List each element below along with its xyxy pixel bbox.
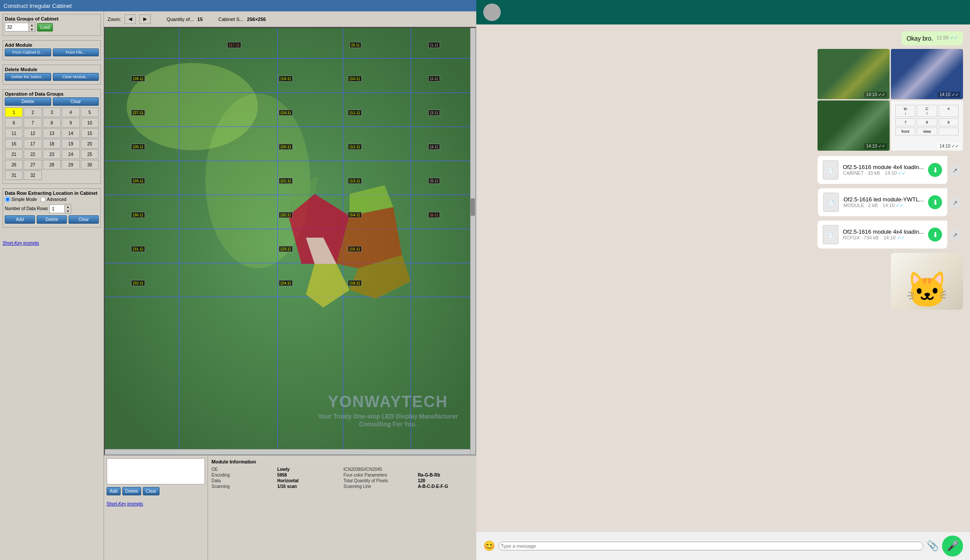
spinbox-down[interactable]: ▼: [29, 27, 35, 31]
num-btn-10[interactable]: 10: [81, 118, 99, 128]
data-groups-spinbox[interactable]: 32 ▲ ▼: [5, 22, 35, 32]
cell-label-12-1: (12.1): [348, 142, 362, 150]
cell-label-6-1: (6.1): [428, 210, 440, 218]
chat-messages[interactable]: Okay bro. 11:59 ✓✓ 14:10 ✓✓ 14:10 ✓✓ 14:…: [476, 24, 970, 532]
media-thumb-3[interactable]: 14:10 ✓✓: [818, 100, 890, 151]
num-btn-17[interactable]: 17: [24, 139, 42, 149]
clear-operation-button[interactable]: Clear: [53, 97, 99, 106]
cabinet-size-label: Cabinet S...: [218, 17, 243, 22]
chat-input[interactable]: [499, 542, 923, 550]
num-btn-32[interactable]: 32: [24, 170, 42, 180]
add-bottom-button[interactable]: Add: [107, 487, 121, 495]
num-btn-29[interactable]: 29: [62, 160, 80, 169]
num-btn-7[interactable]: 7: [24, 118, 42, 128]
delete-module-section: Delete Module Delete the Select... Clear…: [3, 65, 101, 85]
download-btn-1[interactable]: ⬇: [928, 163, 942, 177]
num-btn-26[interactable]: 26: [5, 160, 23, 169]
from-file-button[interactable]: From File...: [53, 48, 99, 56]
num-btn-4[interactable]: 4: [62, 107, 80, 117]
canvas-scrollbar[interactable]: [470, 28, 475, 454]
num-btn-22[interactable]: 22: [24, 149, 42, 159]
forward-btn-1[interactable]: ↗: [949, 164, 961, 176]
num-btn-11[interactable]: 11: [5, 128, 23, 138]
file-bubble-1: 📄 Of2.5-1616 module 4x4 loadin... CABINE…: [818, 156, 947, 184]
app-title: Construct Irregular Cabinet: [3, 3, 72, 9]
advanced-radio[interactable]: Advanced: [40, 197, 66, 202]
simple-mode-radio[interactable]: Simple Mode: [5, 197, 37, 202]
num-btn-23[interactable]: 23: [43, 149, 61, 159]
cell-label-31-1: (31.1): [131, 244, 145, 252]
clear-row-button[interactable]: Clear: [69, 215, 99, 224]
attach-button[interactable]: 📎: [927, 540, 939, 552]
delete-bottom-button[interactable]: Delete: [122, 487, 141, 495]
num-btn-1[interactable]: 1: [5, 107, 23, 117]
chat-avatar: [483, 3, 501, 21]
bubble-okay-bro: Okay bro. 11:59 ✓✓: [901, 31, 963, 45]
num-btn-12[interactable]: 12: [24, 128, 42, 138]
num-btn-16[interactable]: 16: [5, 139, 23, 149]
bubble-time: 11:59 ✓✓: [936, 35, 958, 41]
shortcut-link-bottom[interactable]: Short-Key prompts: [107, 501, 205, 506]
file-name-1: Of2.5-1616 module 4x4 loadin...: [843, 164, 924, 170]
spinbox-up[interactable]: ▲: [29, 23, 35, 27]
num-btn-18[interactable]: 18: [43, 139, 61, 149]
num-btn-30[interactable]: 30: [81, 160, 99, 169]
quantity-label: Quantity of...: [166, 17, 194, 22]
num-btn-19[interactable]: 19: [62, 139, 80, 149]
delete-operation-button[interactable]: Delete: [5, 97, 51, 106]
num-btn-6[interactable]: 6: [5, 118, 23, 128]
emoji-button[interactable]: 😊: [483, 540, 495, 552]
data-groups-input[interactable]: 32: [5, 23, 29, 31]
chat-header: [476, 0, 970, 24]
add-row-button[interactable]: Add: [5, 215, 35, 224]
notes-textarea[interactable]: [107, 458, 205, 484]
encoding-label: Encoding: [211, 473, 272, 477]
forward-btn-2[interactable]: ↗: [949, 197, 961, 209]
num-btn-8[interactable]: 8: [43, 118, 61, 128]
media-thumb-2[interactable]: 14:10 ✓✓: [891, 49, 963, 99]
media-thumb-4[interactable]: to↓C↕≡ 789 frontview 14:10 ✓✓: [891, 100, 963, 151]
num-btn-3[interactable]: 3: [43, 107, 61, 117]
canvas-hscrollbar[interactable]: [105, 449, 470, 454]
num-btn-15[interactable]: 15: [81, 128, 99, 138]
clear-module-button[interactable]: Clear Module...: [53, 73, 99, 81]
total-pixels-value: 128: [418, 478, 473, 483]
delete-row-button[interactable]: Delete: [37, 215, 67, 224]
four-color-label: Four-color Parameters: [343, 473, 412, 477]
zoom-in-button[interactable]: ◀: [125, 14, 136, 24]
rows-spinbox-up[interactable]: ▲: [65, 204, 71, 209]
delete-select-button[interactable]: Delete the Select...: [5, 73, 51, 81]
cabinet-size-value: 256×256: [247, 17, 266, 22]
shortcut-link[interactable]: Short-Key prompts: [3, 241, 101, 245]
send-button[interactable]: 🎤: [942, 536, 963, 557]
cell-label-23-1: (23.1): [279, 244, 293, 252]
cell-label-14-1: (14.1): [348, 210, 362, 218]
num-btn-31[interactable]: 31: [5, 170, 23, 180]
num-btn-5[interactable]: 5: [81, 107, 99, 117]
media-thumb-1[interactable]: 14:10 ✓✓: [818, 49, 890, 99]
zoom-out-button[interactable]: ▶: [139, 14, 151, 24]
rows-spinbox-down[interactable]: ▼: [65, 209, 71, 213]
num-btn-27[interactable]: 27: [24, 160, 42, 169]
data-value: Horizontal: [277, 478, 341, 483]
load-button[interactable]: Load: [37, 23, 53, 31]
data-groups-label: Data Groups of Cabinet: [5, 16, 99, 21]
num-btn-25[interactable]: 25: [81, 149, 99, 159]
cell-label-21-1: (21.1): [279, 176, 293, 184]
num-btn-21[interactable]: 21: [5, 149, 23, 159]
num-btn-24[interactable]: 24: [62, 149, 80, 159]
num-rows-input[interactable]: 1: [49, 204, 65, 213]
from-cabinet-button[interactable]: From Cabinet D...: [5, 48, 51, 56]
download-btn-3[interactable]: ⬇: [928, 228, 942, 242]
download-btn-2[interactable]: ⬇: [928, 195, 942, 209]
grid-canvas[interactable]: (17.1) (9.1) (1.1) (28.1) (19.1) (10.1) …: [104, 27, 476, 455]
num-btn-28[interactable]: 28: [43, 160, 61, 169]
forward-btn-3[interactable]: ↗: [949, 229, 961, 241]
num-btn-2[interactable]: 2: [24, 107, 42, 117]
num-btn-13[interactable]: 13: [43, 128, 61, 138]
num-btn-9[interactable]: 9: [62, 118, 80, 128]
num-btn-20[interactable]: 20: [81, 139, 99, 149]
clear-bottom-button[interactable]: Clear: [143, 487, 159, 495]
num-btn-14[interactable]: 14: [62, 128, 80, 138]
cell-label-32-1: (32.1): [131, 278, 145, 286]
